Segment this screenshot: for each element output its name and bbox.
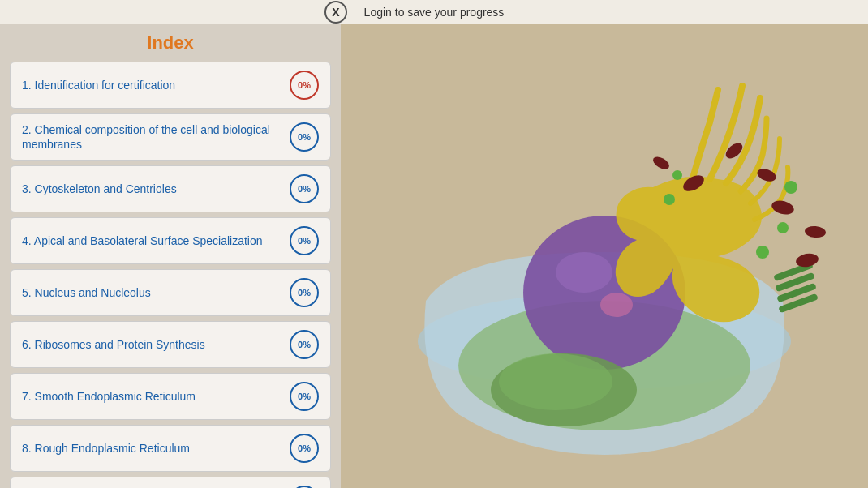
svg-point-14 — [804, 225, 826, 238]
cell-svg — [377, 41, 831, 471]
menu-item-4[interactable]: 4. Apical and Basolateral Surface Specia… — [10, 217, 331, 264]
svg-point-3 — [556, 252, 612, 293]
menu-item-3[interactable]: 3. Cytoskeleton and Centrioles0% — [10, 165, 331, 212]
top-bar: X Login to save your progress — [0, 0, 868, 24]
progress-badge-6: 0% — [290, 330, 319, 359]
menu-item-2[interactable]: 2. Chemical composition of the cell and … — [10, 113, 331, 161]
svg-point-22 — [499, 353, 612, 410]
menu-item-label-5: 5. Nucleus and Nucleolus — [22, 285, 283, 300]
svg-point-4 — [600, 293, 633, 317]
svg-point-15 — [651, 154, 671, 171]
menu-item-label-1: 1. Identification for certification — [22, 78, 283, 92]
menu-item-label-3: 3. Cytoskeleton and Centrioles — [22, 182, 283, 196]
svg-point-10 — [770, 199, 795, 217]
menu-item-1[interactable]: 1. Identification for certification0% — [10, 62, 331, 109]
svg-point-16 — [784, 181, 797, 194]
menu-item-6[interactable]: 6. Ribosomes and Protein Synthesis0% — [10, 321, 331, 368]
svg-point-11 — [795, 252, 819, 269]
progress-badge-4: 0% — [290, 226, 319, 255]
svg-point-17 — [777, 222, 789, 233]
progress-badge-8: 0% — [290, 434, 319, 463]
menu-item-label-2: 2. Chemical composition of the cell and … — [22, 122, 283, 152]
sidebar-title: Index — [10, 32, 331, 54]
menu-item-label-8: 8. Rough Endoplasmic Reticulum — [22, 441, 283, 456]
svg-point-19 — [664, 194, 675, 205]
sidebar: Index 1. Identification for certificatio… — [0, 24, 341, 488]
menu-item-label-7: 7. Smooth Endoplasmic Reticulum — [22, 389, 283, 404]
progress-badge-3: 0% — [290, 174, 319, 203]
menu-item-5[interactable]: 5. Nucleus and Nucleolus0% — [10, 269, 331, 316]
progress-badge-1: 0% — [290, 71, 319, 100]
menu-item-7[interactable]: 7. Smooth Endoplasmic Reticulum0% — [10, 373, 331, 420]
cell-container — [377, 41, 831, 471]
progress-badge-5: 0% — [290, 278, 319, 307]
svg-point-20 — [672, 170, 682, 180]
cell-visualization-panel — [341, 24, 868, 488]
main-content: Index 1. Identification for certificatio… — [0, 24, 868, 488]
top-bar-title: Login to save your progress — [364, 6, 505, 19]
progress-badge-7: 0% — [290, 382, 319, 411]
menu-item-label-4: 4. Apical and Basolateral Surface Specia… — [22, 233, 283, 248]
menu-item-label-6: 6. Ribosomes and Protein Synthesis — [22, 337, 283, 352]
close-button[interactable]: X — [324, 1, 347, 24]
progress-badge-2: 0% — [290, 122, 319, 152]
svg-point-18 — [756, 246, 769, 259]
menu-item-9[interactable]: 9. Golgi complex0% — [10, 477, 331, 488]
menu-item-8[interactable]: 8. Rough Endoplasmic Reticulum0% — [10, 425, 331, 472]
